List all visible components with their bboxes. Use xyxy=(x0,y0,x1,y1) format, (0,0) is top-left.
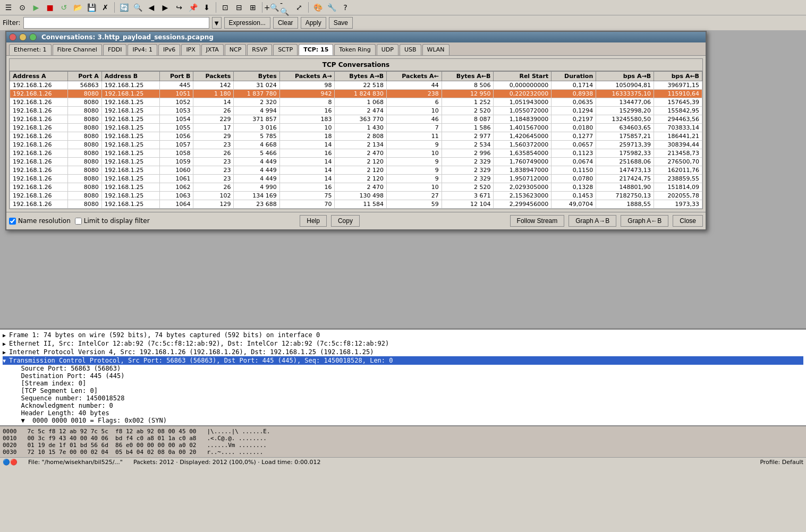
table-cell: 1052 xyxy=(159,98,193,107)
col-rel-start[interactable]: Rel Start xyxy=(494,72,552,81)
table-row[interactable]: 192.168.1.268080192.168.1.251055173 0161… xyxy=(10,124,702,132)
table-cell: 2 329 xyxy=(442,175,494,183)
forward-icon[interactable]: ▶ xyxy=(159,2,171,13)
zoom-out-icon[interactable]: -🔍 xyxy=(279,2,291,13)
back-icon[interactable]: ◀ xyxy=(146,2,157,13)
shark-restart-icon[interactable]: ↺ xyxy=(58,2,70,13)
table-cell: 16 xyxy=(279,149,335,158)
col-port-b[interactable]: Port B xyxy=(159,72,193,81)
name-resolution-checkbox[interactable] xyxy=(9,218,16,225)
window-close-btn[interactable] xyxy=(9,33,16,41)
col-port-a[interactable]: Port A xyxy=(67,72,101,81)
table-row[interactable]: 192.168.1.268080192.168.1.251052142 3208… xyxy=(10,98,702,107)
tool-icon[interactable]: 🔧 xyxy=(326,2,337,13)
shark-stop-icon[interactable]: ■ xyxy=(44,2,56,13)
table-cell: 2 120 xyxy=(335,158,387,166)
tab-jxta[interactable]: JXTA xyxy=(201,44,224,55)
tab-rsvp[interactable]: RSVP xyxy=(247,44,272,55)
tab-udp[interactable]: UDP xyxy=(377,44,398,55)
table-row[interactable]: 192.168.1.268080192.168.1.251060234 4491… xyxy=(10,166,702,175)
open-file-icon[interactable]: 📂 xyxy=(72,2,83,13)
zoom-in-icon[interactable]: +🔍 xyxy=(266,2,277,13)
col-bps-ba[interactable]: bps A←B xyxy=(654,72,702,81)
table-row[interactable]: 192.168.1.268080192.168.1.251058265 4661… xyxy=(10,149,702,158)
col-bytes-ba[interactable]: Bytes A←B xyxy=(442,72,494,81)
tab-fddi[interactable]: FDDI xyxy=(103,44,127,55)
reload-icon[interactable]: 🔄 xyxy=(118,2,130,13)
close-file-icon[interactable]: ✗ xyxy=(99,2,111,13)
shark-start-icon[interactable]: ▶ xyxy=(30,2,42,13)
tab-ncp[interactable]: NCP xyxy=(225,44,247,55)
table-row[interactable]: 192.168.1.2656863192.168.1.2544514231 02… xyxy=(10,81,702,90)
tab-wlan[interactable]: WLAN xyxy=(422,44,449,55)
pin-icon[interactable]: 📌 xyxy=(187,2,199,13)
col-bytes-ab[interactable]: Bytes A→B xyxy=(335,72,387,81)
tab-ipx[interactable]: IPX xyxy=(181,44,200,55)
window-maximize-btn[interactable] xyxy=(29,33,37,41)
col-packets[interactable]: Packets xyxy=(193,72,234,81)
close-button[interactable]: Close xyxy=(673,215,703,227)
copy-button[interactable]: Copy xyxy=(331,215,360,227)
frame-line[interactable]: Frame 1: 74 bytes on wire (592 bits), 74… xyxy=(3,331,803,339)
tab-ipv4[interactable]: IPv4: 1 xyxy=(128,44,157,55)
table-row[interactable]: 192.168.1.268080192.168.1.2510511 1801 8… xyxy=(10,90,702,98)
help-button[interactable]: Help xyxy=(300,215,327,227)
ip-line[interactable]: Internet Protocol Version 4, Src: 192.16… xyxy=(3,348,803,356)
window-minimize-btn[interactable] xyxy=(19,33,27,41)
clear-button[interactable]: Clear xyxy=(273,17,298,29)
jump-icon[interactable]: ↪ xyxy=(173,2,185,13)
normal-size-icon[interactable]: ⤢ xyxy=(293,2,305,13)
menu-icon[interactable]: ☰ xyxy=(3,2,14,13)
filter-dropdown-btn[interactable]: ▼ xyxy=(212,17,222,29)
tab-tokenring[interactable]: Token Ring xyxy=(334,44,375,55)
graph-ba-button[interactable]: Graph A←B xyxy=(621,215,668,227)
table-cell: 8080 xyxy=(67,183,101,192)
follow-stream-button[interactable]: Follow Stream xyxy=(510,215,565,227)
graph-ab-button[interactable]: Graph A→B xyxy=(569,215,616,227)
col-bytes[interactable]: Bytes xyxy=(234,72,279,81)
clock-icon[interactable]: ⊙ xyxy=(16,2,28,13)
col-duration[interactable]: Duration xyxy=(552,72,596,81)
limit-display-filter-label[interactable]: Limit to display filter xyxy=(75,217,150,225)
table-cell: 2 520 xyxy=(442,107,494,115)
tab-usb[interactable]: USB xyxy=(400,44,421,55)
col-pkt-ba[interactable]: Packets A← xyxy=(387,72,442,81)
down-capture-icon[interactable]: ⬇ xyxy=(201,2,213,13)
col-pkt-ab[interactable]: Packets A→ xyxy=(279,72,335,81)
col-addr-a[interactable]: Address A xyxy=(10,72,68,81)
col-addr-b[interactable]: Address B xyxy=(101,72,159,81)
filter-input[interactable] xyxy=(23,17,209,29)
help-icon[interactable]: ? xyxy=(340,2,351,13)
tab-fibre[interactable]: Fibre Channel xyxy=(53,44,102,55)
table-row[interactable]: 192.168.1.268080192.168.1.251056295 7851… xyxy=(10,132,702,141)
autoscroll-icon[interactable]: ⊞ xyxy=(247,2,259,13)
ethernet-line[interactable]: Ethernet II, Src: IntelCor 12:ab:92 (7c:… xyxy=(3,339,803,348)
cap-options-icon[interactable]: ⊡ xyxy=(219,2,231,13)
name-resolution-label[interactable]: Name resolution xyxy=(9,217,71,225)
tab-tcp[interactable]: TCP: 15 xyxy=(299,44,333,55)
coloring-icon[interactable]: 🎨 xyxy=(312,2,324,13)
cap-filter-icon[interactable]: ⊟ xyxy=(233,2,245,13)
tcp-line[interactable]: Transmission Control Protocol, Src Port:… xyxy=(3,356,803,365)
table-row[interactable]: 192.168.1.268080192.168.1.251053264 9941… xyxy=(10,107,702,115)
apply-button[interactable]: Apply xyxy=(301,17,326,29)
table-row[interactable]: 192.168.1.268080192.168.1.251063102134 1… xyxy=(10,192,702,200)
table-row[interactable]: 192.168.1.268080192.168.1.251061234 4491… xyxy=(10,175,702,183)
tab-sctp[interactable]: SCTP xyxy=(273,44,298,55)
table-cell: 23 xyxy=(193,175,234,183)
col-bps-ab[interactable]: bps A→B xyxy=(596,72,654,81)
table-row[interactable]: 192.168.1.268080192.168.1.251062264 9901… xyxy=(10,183,702,192)
save-file-icon[interactable]: 💾 xyxy=(86,2,97,13)
tab-ethernet[interactable]: Ethernet: 1 xyxy=(9,44,52,55)
limit-display-filter-checkbox[interactable] xyxy=(75,218,82,225)
table-row[interactable]: 192.168.1.268080192.168.1.251059234 4491… xyxy=(10,158,702,166)
table-row[interactable]: 192.168.1.268080192.168.1.251054229371 8… xyxy=(10,115,702,124)
table-cell: 229 xyxy=(193,115,234,124)
table-row[interactable]: 192.168.1.268080192.168.1.25106412923 68… xyxy=(10,200,702,209)
save-button[interactable]: Save xyxy=(329,17,353,29)
find-icon[interactable]: 🔍 xyxy=(132,2,143,13)
table-cell: 9 xyxy=(387,141,442,149)
expression-button[interactable]: Expression... xyxy=(224,17,270,29)
tab-ipv6[interactable]: IPv6 xyxy=(158,44,180,55)
table-row[interactable]: 192.168.1.268080192.168.1.251057234 6681… xyxy=(10,141,702,149)
